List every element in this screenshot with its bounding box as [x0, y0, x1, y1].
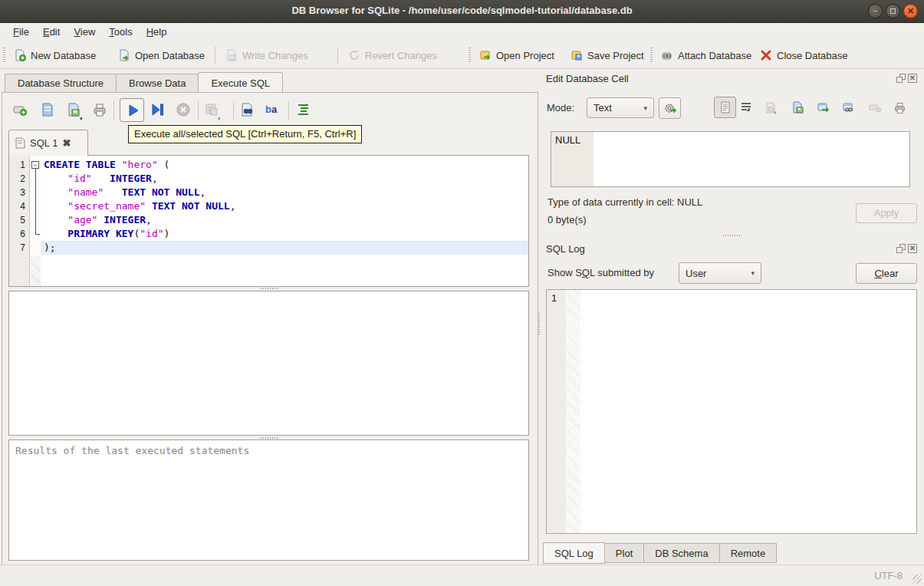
clear-button[interactable]: Clear	[856, 263, 917, 284]
code-line[interactable]: "name" TEXT NOT NULL,	[41, 186, 528, 199]
encoding-indicator: UTF-8	[874, 570, 903, 581]
mode-select[interactable]: Text▾	[587, 97, 654, 118]
import-cell-button[interactable]	[786, 97, 808, 118]
open-project-icon	[479, 49, 492, 61]
editor-results-splitter[interactable]	[8, 287, 529, 290]
edit-cell-dock-header: Edit Database Cell ✕	[546, 71, 917, 85]
open-database-icon	[118, 49, 130, 61]
editor-gutter: 1234567	[9, 156, 30, 286]
write-changes-button[interactable]: Write Changes	[221, 44, 313, 67]
query-results-grid[interactable]	[8, 291, 529, 436]
maximize-icon[interactable]	[886, 4, 900, 18]
word-wrap-icon	[740, 101, 752, 114]
close-dock-icon[interactable]: ✕	[908, 74, 917, 83]
tab-browse-data[interactable]: Browse Data	[116, 74, 198, 93]
code-line[interactable]: "age" INTEGER,	[41, 213, 528, 227]
execution-status-pane[interactable]: Results of the last executed statements	[8, 440, 529, 561]
menu-file[interactable]: File	[6, 23, 36, 41]
code-line[interactable]: "secret_name" TEXT NOT NULL,	[41, 199, 528, 213]
dock-splitter[interactable]	[546, 234, 917, 237]
app-window: { "titlebar": { "title": "DB Browser for…	[0, 0, 924, 586]
chevron-down-icon: ▾	[643, 104, 647, 112]
word-wrap-button[interactable]	[735, 97, 757, 118]
new-database-icon	[14, 49, 26, 61]
tab-execute-sql[interactable]: Execute SQL	[198, 72, 283, 93]
sql-log-dock-header: SQL Log ✕	[546, 242, 917, 255]
save-cell-button[interactable]: ▾	[759, 97, 781, 118]
execute-all-button[interactable]	[120, 98, 144, 122]
menu-edit[interactable]: Edit	[36, 23, 67, 41]
dock-tab-db-schema[interactable]: DB Schema	[644, 543, 719, 563]
text-mode-button[interactable]	[714, 97, 736, 118]
edit-cell-title: Edit Database Cell	[546, 73, 629, 84]
menu-view[interactable]: View	[67, 23, 102, 41]
resize-grip[interactable]	[912, 574, 922, 584]
cell-editor[interactable]: NULL	[551, 131, 910, 187]
dock-tab-remote[interactable]: Remote	[720, 543, 778, 563]
open-external-button[interactable]	[837, 97, 859, 118]
cell-type-info: Type of data currently in cell: NULL	[547, 196, 702, 208]
editor-fold-hatch	[31, 256, 41, 286]
sql-log-fold-margin	[566, 290, 580, 533]
sql-log-filter-select[interactable]: User▾	[679, 262, 761, 284]
close-sql-tab-icon[interactable]: ✖	[62, 137, 71, 149]
auto-switch-mode-button[interactable]	[659, 97, 681, 119]
save-results-dropdown[interactable]: ▾	[218, 116, 221, 122]
close-dock-icon[interactable]: ✕	[908, 244, 917, 253]
autocomplete-icon[interactable]: ba	[265, 102, 281, 117]
toolbar-grip[interactable]	[3, 48, 5, 63]
code-line[interactable]: "id" INTEGER,	[41, 172, 528, 186]
execute-line-icon[interactable]	[150, 102, 166, 117]
toolbar-grip[interactable]	[469, 48, 471, 63]
import-cell-icon	[791, 101, 804, 114]
sql-editor[interactable]: 1234567 − CREATE TABLE "hero" ( "id" INT…	[8, 155, 529, 287]
toolbar-grip[interactable]	[650, 48, 653, 63]
open-project-button[interactable]: Open Project	[475, 44, 559, 67]
code-line[interactable]: CREATE TABLE "hero" (	[41, 158, 528, 172]
save-project-button[interactable]: Save Project	[566, 44, 649, 67]
sql-log-view[interactable]: 1	[546, 289, 917, 534]
fold-collapse-icon[interactable]: −	[31, 161, 39, 169]
execution-status-placeholder: Results of the last executed statements	[9, 440, 528, 461]
set-null-button[interactable]	[863, 97, 886, 118]
code-lines[interactable]: CREATE TABLE "hero" ( "id" INTEGER, "nam…	[41, 156, 528, 286]
menu-help[interactable]: Help	[140, 23, 174, 41]
chevron-down-icon: ▾	[751, 269, 755, 277]
fold-guide-corner	[35, 234, 40, 235]
code-line[interactable]: PRIMARY KEY("id")	[41, 227, 528, 241]
stop-icon[interactable]	[176, 102, 191, 117]
sql-document-tab[interactable]: SQL 1 ✖	[8, 130, 88, 156]
main-vertical-splitter[interactable]	[538, 313, 541, 336]
new-sql-tab-icon[interactable]	[12, 102, 28, 117]
attach-database-button[interactable]: Attach Database	[656, 44, 756, 67]
float-dock-icon[interactable]	[896, 74, 906, 83]
tab-database-structure[interactable]: Database Structure	[5, 74, 116, 93]
print-sql-icon[interactable]	[92, 102, 107, 117]
format-sql-icon[interactable]	[296, 102, 311, 117]
sql-toolbar-separator	[113, 101, 114, 120]
new-database-button[interactable]: New Database	[9, 44, 100, 67]
open-database-button[interactable]: Open Database	[113, 44, 209, 67]
dock-tab-plot[interactable]: Plot	[605, 543, 644, 563]
window-title: DB Browser for SQLite - /home/user/code/…	[0, 5, 924, 16]
revert-changes-button[interactable]: Revert Changes	[344, 44, 442, 67]
close-icon[interactable]: ✕	[903, 4, 918, 18]
save-sql-icon[interactable]	[66, 102, 81, 117]
find-icon[interactable]	[240, 102, 255, 117]
menu-tools[interactable]: Tools	[102, 23, 139, 41]
sql-toolbar-separator	[288, 101, 289, 120]
save-results-icon[interactable]	[204, 102, 219, 117]
export-cell-button[interactable]	[811, 97, 834, 118]
text-mode-icon	[719, 101, 732, 114]
close-database-button[interactable]: Close Database	[755, 44, 853, 67]
open-sql-icon[interactable]	[40, 102, 55, 117]
apply-button[interactable]: Apply	[856, 203, 917, 223]
export-cell-icon	[817, 101, 829, 114]
code-line[interactable]: );	[41, 241, 528, 255]
minimize-icon[interactable]: −	[868, 4, 883, 18]
dock-tab-sql-log[interactable]: SQL Log	[543, 542, 605, 564]
sql-log-gutter: 1	[547, 290, 566, 533]
print-cell-button[interactable]	[889, 97, 911, 118]
float-dock-icon[interactable]	[896, 244, 906, 253]
save-sql-dropdown[interactable]: ▾	[80, 116, 83, 122]
